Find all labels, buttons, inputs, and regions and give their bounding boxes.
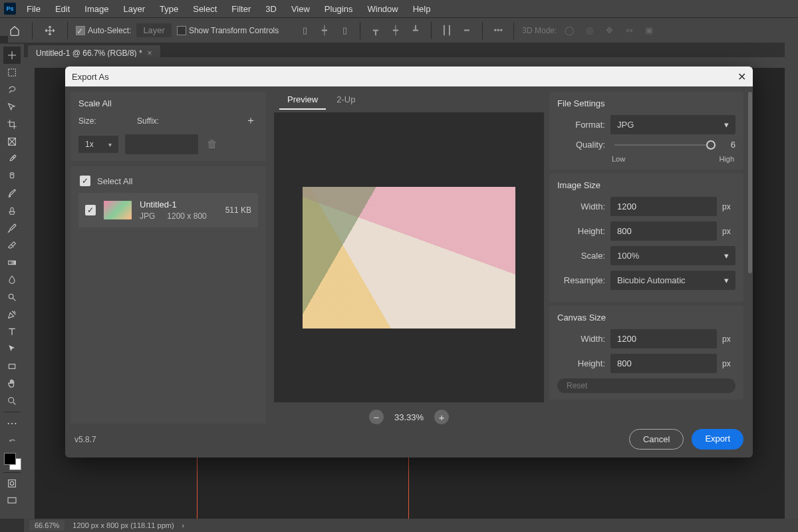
gradient-tool[interactable] (3, 254, 21, 271)
resample-dropdown[interactable]: Bicubic Automatic▾ (610, 271, 735, 290)
menu-edit[interactable]: Edit (49, 1, 76, 17)
menu-select[interactable]: Select (186, 1, 223, 17)
format-dropdown[interactable]: JPG▾ (610, 115, 735, 134)
menu-image[interactable]: Image (78, 1, 115, 17)
zoom-in-button[interactable]: + (434, 410, 449, 424)
align-center-h-icon[interactable]: ┿ (317, 23, 332, 38)
menu-3d[interactable]: 3D (259, 1, 283, 17)
path-select-tool[interactable] (3, 340, 21, 358)
close-tab-icon[interactable]: × (148, 49, 152, 58)
status-zoom[interactable]: 66.67% (29, 520, 65, 531)
marquee-tool[interactable] (3, 64, 21, 81)
type-tool[interactable] (3, 323, 21, 340)
scale-size-dropdown[interactable]: 1x▾ (78, 136, 118, 153)
menu-filter[interactable]: Filter (225, 1, 257, 17)
reset-button[interactable]: Reset (557, 378, 735, 393)
menu-type[interactable]: Type (153, 1, 185, 17)
file-settings-heading: File Settings (557, 98, 735, 108)
status-doc-info[interactable]: 1200 px x 800 px (118.11 ppm) (72, 521, 174, 529)
zoom-out-button[interactable]: − (369, 410, 384, 424)
image-size-section: Image Size Width: 1200 px Height: 800 px… (549, 174, 743, 302)
menu-view[interactable]: View (285, 1, 317, 17)
img-scale-dropdown[interactable]: 100%▾ (610, 246, 735, 265)
delete-scale-icon[interactable]: 🗑 (205, 138, 219, 150)
3d-mode-label: 3D Mode: (522, 26, 557, 35)
slider-thumb-icon[interactable] (706, 140, 716, 150)
quality-slider[interactable] (614, 144, 716, 146)
lasso-tool[interactable] (3, 81, 21, 98)
move-tool-icon[interactable] (41, 21, 59, 40)
swap-colors-icon[interactable]: ⤺ (3, 432, 21, 449)
zoom-tool[interactable] (3, 392, 21, 410)
distribute-h-icon[interactable]: ┃┃ (440, 23, 454, 38)
brush-tool[interactable] (3, 185, 21, 202)
asset-row[interactable]: ✓ Untitled-1 JPG 798 x 532 511 KB (78, 193, 258, 227)
menu-plugins[interactable]: Plugins (318, 1, 360, 17)
status-bar: 66.67% 1200 px x 800 px (118.11 ppm) › (24, 519, 798, 532)
history-brush-tool[interactable] (3, 219, 21, 237)
img-height-input[interactable]: 800 (610, 221, 717, 241)
size-label: Size: (78, 116, 110, 126)
healing-brush-tool[interactable] (3, 168, 21, 185)
add-scale-icon[interactable]: ＋ (243, 114, 258, 128)
align-center-v-icon[interactable]: ┿ (388, 23, 403, 38)
align-right-icon[interactable]: ▯ (337, 23, 352, 38)
dodge-tool[interactable] (3, 289, 21, 306)
auto-select-toggle[interactable]: ✓Auto-Select: (76, 26, 131, 35)
auto-select-target-dropdown[interactable]: Layer (136, 23, 172, 37)
3d-orbit-icon: ◯ (562, 23, 577, 38)
crop-tool[interactable] (3, 116, 21, 133)
panel-collapse-strip[interactable] (0, 36, 8, 43)
menu-layer[interactable]: Layer (117, 1, 152, 17)
quick-select-tool[interactable] (3, 98, 21, 116)
chevron-down-icon: ▾ (108, 141, 112, 148)
asset-checkbox[interactable]: ✓ (85, 205, 96, 215)
menu-help[interactable]: Help (406, 1, 438, 17)
scale-suffix-input[interactable] (125, 134, 198, 154)
ruler-vertical[interactable] (24, 57, 35, 519)
settings-scrollbar[interactable] (747, 92, 753, 394)
scale-all-panel: Scale All Size: Suffix: ＋ 1x▾ 🗑 (70, 92, 266, 161)
align-top-icon[interactable]: ┳ (368, 23, 383, 38)
menu-window[interactable]: Window (360, 1, 404, 17)
eraser-tool[interactable] (3, 237, 21, 254)
hand-tool[interactable] (3, 375, 21, 392)
home-icon[interactable] (5, 21, 24, 40)
right-panel-strip[interactable] (785, 43, 798, 519)
dialog-title: Export As (72, 72, 109, 82)
more-options-icon[interactable]: ••• (491, 23, 505, 38)
chevron-down-icon: ▾ (724, 275, 729, 285)
blur-tool[interactable] (3, 271, 21, 289)
menu-file[interactable]: File (20, 1, 47, 17)
asset-thumbnail (104, 201, 132, 219)
status-caret-icon[interactable]: › (182, 521, 185, 529)
tab-preview[interactable]: Preview (279, 90, 326, 110)
clone-stamp-tool[interactable] (3, 202, 21, 219)
dialog-titlebar[interactable]: Export As ✕ (65, 66, 753, 86)
tab-2up[interactable]: 2-Up (329, 90, 363, 110)
move-tool[interactable] (3, 47, 21, 64)
color-swatches[interactable] (3, 452, 21, 470)
img-scale-label: Scale: (557, 251, 605, 261)
select-all-checkbox[interactable]: ✓ (80, 176, 90, 186)
quality-low-label: Low (612, 155, 625, 163)
frame-tool[interactable] (3, 133, 21, 150)
preview-viewport[interactable] (274, 112, 544, 402)
cv-width-input[interactable]: 1200 (610, 329, 717, 348)
align-left-icon[interactable]: ▯ (297, 23, 312, 38)
cancel-button[interactable]: Cancel (629, 429, 684, 450)
edit-toolbar-icon[interactable]: ⋯ (3, 414, 21, 432)
align-bottom-icon[interactable]: ┻ (408, 23, 423, 38)
quick-mask-icon[interactable] (3, 475, 21, 492)
screen-mode-icon[interactable] (3, 492, 21, 509)
img-width-input[interactable]: 1200 (610, 197, 717, 216)
dialog-close-icon[interactable]: ✕ (737, 70, 746, 83)
distribute-v-icon[interactable]: ━ (460, 23, 474, 38)
cv-height-input[interactable]: 800 (610, 354, 717, 373)
show-transform-toggle[interactable]: Show Transform Controls (177, 26, 279, 35)
eyedropper-tool[interactable] (3, 150, 21, 168)
pen-tool[interactable] (3, 306, 21, 323)
options-bar: ✓Auto-Select: Layer Show Transform Contr… (0, 17, 798, 43)
rectangle-tool[interactable] (3, 358, 21, 375)
export-button[interactable]: Export (692, 429, 743, 450)
